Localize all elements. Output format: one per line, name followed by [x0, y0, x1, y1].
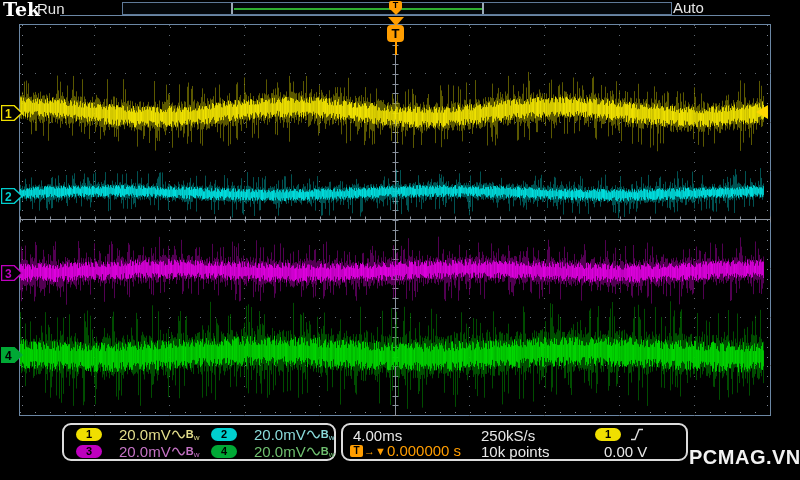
channel-3-icons: Bw [171, 445, 200, 457]
channel-2-scale: 20.0mV [254, 427, 306, 442]
channel-readout-box: 1 20.0mV Bw 2 20.0mV Bw 3 [62, 423, 336, 461]
bandwidth-limit-sub: w [194, 433, 200, 442]
horizontal-scale: 4.00ms [353, 428, 402, 443]
trigger-position-flag: T [387, 17, 404, 55]
bandwidth-limit-icon: B [321, 428, 329, 440]
arrow-down-icon: ▼ [375, 445, 386, 457]
trigger-t-badge: T [387, 25, 404, 42]
channel-1-readout: 1 20.0mV Bw [64, 427, 199, 442]
channel-4-position-marker: 4 [1, 347, 23, 363]
channel-3-badge: 3 [76, 445, 102, 458]
ac-coupling-icon [306, 429, 321, 440]
channel-3-readout: 3 20.0mV Bw [64, 444, 199, 459]
tek-logo: Tek [3, 0, 40, 20]
bandwidth-limit-sub: w [329, 450, 335, 459]
channel-3-scale: 20.0mV [119, 444, 171, 459]
watermark: PCMAG.VN [689, 446, 800, 469]
channel-1-position-marker: 1 [1, 105, 23, 121]
channel-readout-row: 1 20.0mV Bw 2 20.0mV Bw [64, 426, 334, 442]
channel-1-icons: Bw [171, 428, 200, 440]
channel-3-marker-label: 3 [5, 267, 12, 281]
oscilloscope-screen: Tek Run T Auto T 1 2 3 4 1 [0, 0, 800, 480]
record-length: 10k points [481, 444, 549, 459]
waveform-display [0, 0, 800, 480]
header-divider [60, 15, 770, 16]
trigger-t-icon: T [350, 445, 363, 457]
channel-4-marker-label: 4 [5, 349, 12, 363]
trigger-flag-stem [395, 42, 397, 55]
acq-trigger-position-icon: T [389, 1, 402, 15]
bandwidth-limit-sub: w [194, 450, 200, 459]
trigger-position-readout: T → ▼ 0.000000 s [350, 443, 461, 458]
record-view-line [234, 8, 484, 10]
record-bracket-right [482, 3, 484, 14]
trigger-source-badge: 1 [595, 428, 621, 441]
record-bracket-left [231, 3, 233, 14]
sample-rate: 250kS/s [481, 428, 535, 443]
trigger-mode-label: Auto [673, 0, 704, 16]
horizontal-trigger-readout-box: 4.00ms T → ▼ 0.000000 s 250kS/s 10k poin… [341, 423, 688, 461]
trigger-level-arrow-icon [756, 105, 768, 119]
channel-2-position-marker: 2 [1, 188, 23, 204]
arrow-right-icon: → [364, 445, 375, 457]
ac-coupling-icon [171, 429, 186, 440]
ac-coupling-icon [171, 446, 186, 457]
channel-4-badge: 4 [211, 445, 237, 458]
bandwidth-limit-icon: B [321, 445, 329, 457]
acquisition-record-bar: T [122, 2, 672, 15]
channel-4-readout: 4 20.0mV Bw [199, 444, 334, 459]
channel-3-position-marker: 3 [1, 265, 23, 281]
channel-4-scale: 20.0mV [254, 444, 306, 459]
trigger-position-value: 0.000000 s [387, 443, 461, 458]
channel-1-scale: 20.0mV [119, 427, 171, 442]
channel-1-marker-label: 1 [5, 107, 12, 121]
rising-edge-slope-icon [629, 427, 645, 442]
bandwidth-limit-icon: B [186, 428, 194, 440]
channel-2-badge: 2 [211, 428, 237, 441]
bandwidth-limit-sub: w [329, 433, 335, 442]
channel-1-badge: 1 [76, 428, 102, 441]
trigger-source-readout: 1 [595, 427, 645, 442]
acq-trigger-t: T [389, 1, 402, 10]
channel-2-icons: Bw [306, 428, 335, 440]
acq-trigger-tip-icon [391, 10, 401, 15]
channel-2-readout: 2 20.0mV Bw [199, 427, 334, 442]
channel-readout-row: 3 20.0mV Bw 4 20.0mV Bw [64, 443, 334, 459]
channel-2-marker-label: 2 [5, 190, 12, 204]
bandwidth-limit-icon: B [186, 445, 194, 457]
ac-coupling-icon [306, 446, 321, 457]
channel-4-icons: Bw [306, 445, 335, 457]
trigger-level-readout: 0.00 V [604, 444, 647, 459]
